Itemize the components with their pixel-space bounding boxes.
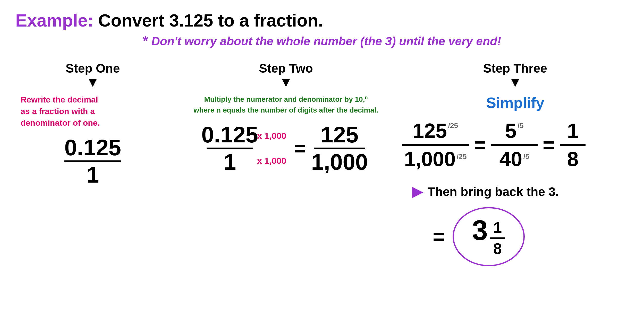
step-two-description: Multiply the numerator and denominator b… [193, 94, 378, 116]
step-two-result: 125 1,000 [314, 123, 365, 173]
step-one-numerator: 0.125 [64, 136, 121, 159]
step-three: Step Three ▼ Simplify 125 /25 1,000 /25 [402, 61, 629, 266]
subtitle-star: * [143, 33, 148, 48]
step-one-description: Rewrite the decimal as a fraction with a… [15, 94, 100, 128]
step-one: Step One ▼ Rewrite the decimal as a frac… [15, 61, 170, 186]
frac-40-den-small: /5 [523, 152, 529, 161]
subtitle: * Don't worry about the whole number (th… [15, 33, 629, 48]
step-two-fraction: 0.125 1 [207, 123, 253, 173]
frac-1-line [560, 144, 586, 146]
bring-back-arrow: ▶ [412, 184, 422, 199]
frac-1-8: 1 8 [560, 119, 586, 171]
step-three-simplify: Simplify [486, 94, 544, 111]
mixed-frac-num: 1 [493, 219, 502, 236]
frac-1000-den-wrap: 1,000 /25 [404, 147, 467, 171]
step-two-frac-with-mult: 0.125 1 x 1,000 x 1,000 [207, 123, 286, 173]
simplify-equals-1: = [474, 135, 486, 155]
step-two-result-num: 125 [321, 123, 359, 146]
page-title: Example: Convert 3.125 to a fraction. [15, 10, 629, 30]
step-two-arrow: ▼ [279, 75, 292, 89]
frac-1000-den-small: /25 [457, 152, 467, 161]
frac-5-line [491, 144, 538, 146]
step-two-mult-bottom: x 1,000 [257, 156, 286, 166]
mixed-frac-den: 8 [493, 240, 502, 258]
step-two-multipliers: x 1,000 x 1,000 [257, 131, 286, 166]
step-one-arrow: ▼ [86, 75, 99, 89]
subtitle-text: Don't worry about the whole number (the … [151, 35, 501, 48]
frac-40-den-wrap: 40 /5 [499, 147, 529, 171]
mixed-whole: 3 [472, 216, 488, 244]
frac-125-num: 125 [413, 119, 447, 143]
final-equals: = [433, 225, 445, 249]
step-two-header: Step Two [259, 61, 313, 75]
step-one-fraction: 0.125 1 [64, 136, 121, 186]
step-three-inner: Simplify 125 /25 1,000 /25 = [402, 94, 629, 266]
frac-1000-den: 1,000 [404, 147, 455, 171]
frac-40-den: 40 [499, 147, 522, 171]
final-answer-row: = 3 1 8 [402, 207, 525, 266]
mixed-fraction: 1 8 [490, 219, 505, 258]
step-three-header: Step Three [483, 61, 547, 75]
mixed-number: 3 1 8 [472, 216, 505, 258]
example-label: Example: [15, 11, 93, 30]
step-two-denominator: 1 [223, 151, 236, 173]
step-two-numerator: 0.125 [201, 123, 258, 146]
step-two-equals: = [294, 138, 306, 159]
step-one-header: Step One [66, 61, 120, 75]
frac-5-40: 5 /5 40 /5 [491, 119, 538, 171]
title-rest: Convert 3.125 to a fraction. [93, 11, 323, 30]
step-two-fractions: 0.125 1 x 1,000 x 1,000 = 125 1,000 [207, 123, 365, 173]
frac-1-num: 1 [567, 119, 579, 143]
frac-125-1000: 125 /25 1,000 /25 [402, 119, 469, 171]
step-two: Step Two ▼ Multiply the numerator and de… [170, 61, 402, 173]
simplify-equals-2: = [543, 135, 555, 155]
frac-125-line [402, 144, 469, 146]
mixed-frac-line [490, 237, 505, 239]
frac-5-num: 5 [505, 119, 517, 143]
frac-125-num-wrap: 125 /25 [413, 119, 458, 143]
bring-back-text: Then bring back the 3. [428, 185, 559, 199]
frac-125-num-small: /25 [448, 122, 458, 130]
step-one-denominator: 1 [87, 164, 99, 186]
step-three-arrow: ▼ [509, 75, 522, 89]
step-two-mult-top: x 1,000 [257, 131, 286, 141]
step-two-result-den: 1,000 [311, 151, 368, 173]
step-three-fractions: 125 /25 1,000 /25 = 5 /5 [402, 119, 586, 171]
frac-8-den: 8 [567, 147, 579, 171]
steps-container: Step One ▼ Rewrite the decimal as a frac… [15, 61, 629, 266]
bring-back-row: ▶ Then bring back the 3. [402, 184, 559, 199]
final-answer-circle: 3 1 8 [453, 207, 525, 266]
frac-5-num-small: /5 [518, 122, 523, 130]
frac-5-num-wrap: 5 /5 [505, 119, 524, 143]
